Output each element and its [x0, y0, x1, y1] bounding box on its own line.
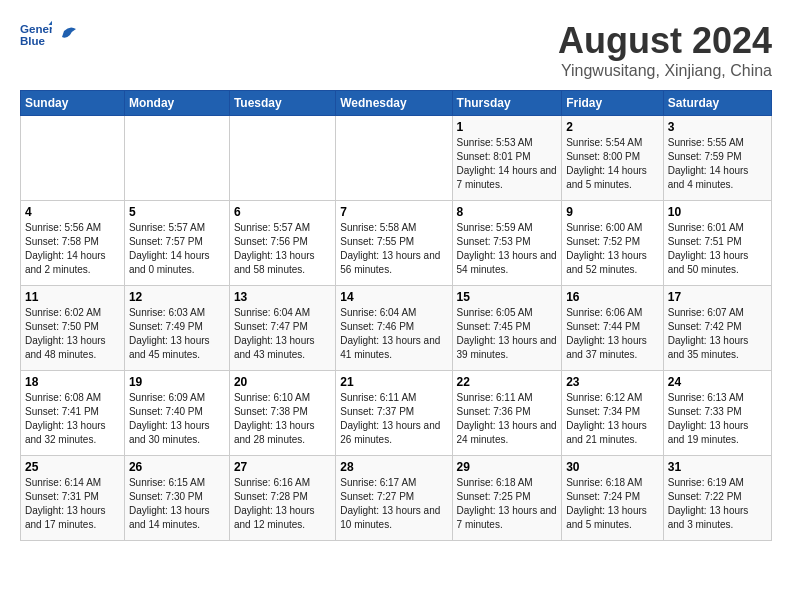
day-info: Sunrise: 6:01 AM Sunset: 7:51 PM Dayligh… — [668, 221, 767, 277]
day-number: 8 — [457, 205, 558, 219]
day-cell: 11Sunrise: 6:02 AM Sunset: 7:50 PM Dayli… — [21, 286, 125, 371]
day-number: 13 — [234, 290, 331, 304]
svg-text:Blue: Blue — [20, 35, 46, 47]
day-info: Sunrise: 6:19 AM Sunset: 7:22 PM Dayligh… — [668, 476, 767, 532]
day-number: 17 — [668, 290, 767, 304]
day-cell: 16Sunrise: 6:06 AM Sunset: 7:44 PM Dayli… — [562, 286, 664, 371]
week-row-2: 4Sunrise: 5:56 AM Sunset: 7:58 PM Daylig… — [21, 201, 772, 286]
day-info: Sunrise: 6:02 AM Sunset: 7:50 PM Dayligh… — [25, 306, 120, 362]
day-number: 9 — [566, 205, 659, 219]
day-info: Sunrise: 6:09 AM Sunset: 7:40 PM Dayligh… — [129, 391, 225, 447]
day-number: 2 — [566, 120, 659, 134]
day-info: Sunrise: 6:04 AM Sunset: 7:46 PM Dayligh… — [340, 306, 447, 362]
day-number: 7 — [340, 205, 447, 219]
day-number: 10 — [668, 205, 767, 219]
day-number: 26 — [129, 460, 225, 474]
day-number: 16 — [566, 290, 659, 304]
day-cell: 15Sunrise: 6:05 AM Sunset: 7:45 PM Dayli… — [452, 286, 562, 371]
day-info: Sunrise: 5:57 AM Sunset: 7:56 PM Dayligh… — [234, 221, 331, 277]
day-cell: 23Sunrise: 6:12 AM Sunset: 7:34 PM Dayli… — [562, 371, 664, 456]
day-cell: 24Sunrise: 6:13 AM Sunset: 7:33 PM Dayli… — [663, 371, 771, 456]
day-info: Sunrise: 6:17 AM Sunset: 7:27 PM Dayligh… — [340, 476, 447, 532]
day-info: Sunrise: 6:13 AM Sunset: 7:33 PM Dayligh… — [668, 391, 767, 447]
main-title: August 2024 — [558, 20, 772, 62]
logo-icon: General Blue — [20, 20, 52, 48]
week-row-1: 1Sunrise: 5:53 AM Sunset: 8:01 PM Daylig… — [21, 116, 772, 201]
day-cell: 30Sunrise: 6:18 AM Sunset: 7:24 PM Dayli… — [562, 456, 664, 541]
subtitle: Yingwusitang, Xinjiang, China — [558, 62, 772, 80]
header-cell-monday: Monday — [124, 91, 229, 116]
day-info: Sunrise: 6:08 AM Sunset: 7:41 PM Dayligh… — [25, 391, 120, 447]
day-number: 19 — [129, 375, 225, 389]
day-cell: 29Sunrise: 6:18 AM Sunset: 7:25 PM Dayli… — [452, 456, 562, 541]
day-info: Sunrise: 5:53 AM Sunset: 8:01 PM Dayligh… — [457, 136, 558, 192]
day-info: Sunrise: 5:57 AM Sunset: 7:57 PM Dayligh… — [129, 221, 225, 277]
day-number: 20 — [234, 375, 331, 389]
day-cell: 9Sunrise: 6:00 AM Sunset: 7:52 PM Daylig… — [562, 201, 664, 286]
day-cell: 19Sunrise: 6:09 AM Sunset: 7:40 PM Dayli… — [124, 371, 229, 456]
day-cell: 21Sunrise: 6:11 AM Sunset: 7:37 PM Dayli… — [336, 371, 452, 456]
day-number: 3 — [668, 120, 767, 134]
day-cell — [336, 116, 452, 201]
day-info: Sunrise: 6:11 AM Sunset: 7:37 PM Dayligh… — [340, 391, 447, 447]
day-number: 5 — [129, 205, 225, 219]
day-cell: 8Sunrise: 5:59 AM Sunset: 7:53 PM Daylig… — [452, 201, 562, 286]
day-cell — [124, 116, 229, 201]
day-cell: 22Sunrise: 6:11 AM Sunset: 7:36 PM Dayli… — [452, 371, 562, 456]
day-number: 25 — [25, 460, 120, 474]
day-cell: 13Sunrise: 6:04 AM Sunset: 7:47 PM Dayli… — [229, 286, 335, 371]
page-header: General Blue August 2024 Yingwusitang, X… — [20, 20, 772, 80]
day-cell: 18Sunrise: 6:08 AM Sunset: 7:41 PM Dayli… — [21, 371, 125, 456]
day-info: Sunrise: 6:04 AM Sunset: 7:47 PM Dayligh… — [234, 306, 331, 362]
day-cell: 3Sunrise: 5:55 AM Sunset: 7:59 PM Daylig… — [663, 116, 771, 201]
day-info: Sunrise: 6:00 AM Sunset: 7:52 PM Dayligh… — [566, 221, 659, 277]
week-row-5: 25Sunrise: 6:14 AM Sunset: 7:31 PM Dayli… — [21, 456, 772, 541]
day-cell — [21, 116, 125, 201]
header-cell-thursday: Thursday — [452, 91, 562, 116]
day-cell — [229, 116, 335, 201]
day-number: 11 — [25, 290, 120, 304]
day-number: 22 — [457, 375, 558, 389]
week-row-3: 11Sunrise: 6:02 AM Sunset: 7:50 PM Dayli… — [21, 286, 772, 371]
day-info: Sunrise: 6:12 AM Sunset: 7:34 PM Dayligh… — [566, 391, 659, 447]
day-number: 31 — [668, 460, 767, 474]
header-cell-tuesday: Tuesday — [229, 91, 335, 116]
day-cell: 25Sunrise: 6:14 AM Sunset: 7:31 PM Dayli… — [21, 456, 125, 541]
day-info: Sunrise: 5:56 AM Sunset: 7:58 PM Dayligh… — [25, 221, 120, 277]
day-info: Sunrise: 6:18 AM Sunset: 7:25 PM Dayligh… — [457, 476, 558, 532]
logo: General Blue — [20, 20, 78, 48]
week-row-4: 18Sunrise: 6:08 AM Sunset: 7:41 PM Dayli… — [21, 371, 772, 456]
day-info: Sunrise: 5:59 AM Sunset: 7:53 PM Dayligh… — [457, 221, 558, 277]
day-info: Sunrise: 6:18 AM Sunset: 7:24 PM Dayligh… — [566, 476, 659, 532]
day-cell: 31Sunrise: 6:19 AM Sunset: 7:22 PM Dayli… — [663, 456, 771, 541]
day-cell: 17Sunrise: 6:07 AM Sunset: 7:42 PM Dayli… — [663, 286, 771, 371]
day-number: 14 — [340, 290, 447, 304]
day-cell: 12Sunrise: 6:03 AM Sunset: 7:49 PM Dayli… — [124, 286, 229, 371]
day-info: Sunrise: 6:16 AM Sunset: 7:28 PM Dayligh… — [234, 476, 331, 532]
day-number: 30 — [566, 460, 659, 474]
day-number: 12 — [129, 290, 225, 304]
day-cell: 4Sunrise: 5:56 AM Sunset: 7:58 PM Daylig… — [21, 201, 125, 286]
day-cell: 7Sunrise: 5:58 AM Sunset: 7:55 PM Daylig… — [336, 201, 452, 286]
day-number: 28 — [340, 460, 447, 474]
day-info: Sunrise: 6:14 AM Sunset: 7:31 PM Dayligh… — [25, 476, 120, 532]
day-cell: 2Sunrise: 5:54 AM Sunset: 8:00 PM Daylig… — [562, 116, 664, 201]
day-info: Sunrise: 6:06 AM Sunset: 7:44 PM Dayligh… — [566, 306, 659, 362]
day-info: Sunrise: 6:15 AM Sunset: 7:30 PM Dayligh… — [129, 476, 225, 532]
day-info: Sunrise: 6:05 AM Sunset: 7:45 PM Dayligh… — [457, 306, 558, 362]
day-number: 15 — [457, 290, 558, 304]
day-number: 18 — [25, 375, 120, 389]
header-cell-wednesday: Wednesday — [336, 91, 452, 116]
day-info: Sunrise: 5:55 AM Sunset: 7:59 PM Dayligh… — [668, 136, 767, 192]
day-number: 27 — [234, 460, 331, 474]
day-info: Sunrise: 5:54 AM Sunset: 8:00 PM Dayligh… — [566, 136, 659, 192]
day-info: Sunrise: 5:58 AM Sunset: 7:55 PM Dayligh… — [340, 221, 447, 277]
calendar-table: SundayMondayTuesdayWednesdayThursdayFrid… — [20, 90, 772, 541]
day-cell: 10Sunrise: 6:01 AM Sunset: 7:51 PM Dayli… — [663, 201, 771, 286]
day-number: 1 — [457, 120, 558, 134]
day-cell: 6Sunrise: 5:57 AM Sunset: 7:56 PM Daylig… — [229, 201, 335, 286]
svg-text:General: General — [20, 23, 52, 35]
day-info: Sunrise: 6:03 AM Sunset: 7:49 PM Dayligh… — [129, 306, 225, 362]
day-number: 24 — [668, 375, 767, 389]
day-number: 6 — [234, 205, 331, 219]
